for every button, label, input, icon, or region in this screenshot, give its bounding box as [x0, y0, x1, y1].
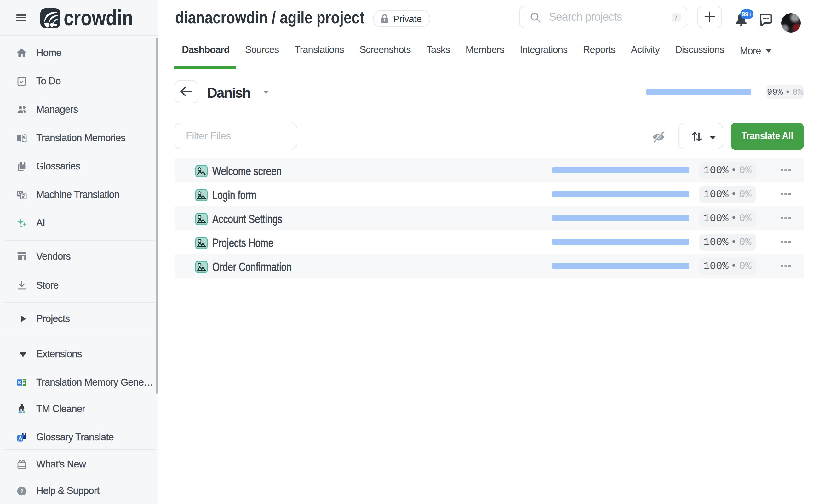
svg-text:?: ?: [20, 488, 23, 494]
